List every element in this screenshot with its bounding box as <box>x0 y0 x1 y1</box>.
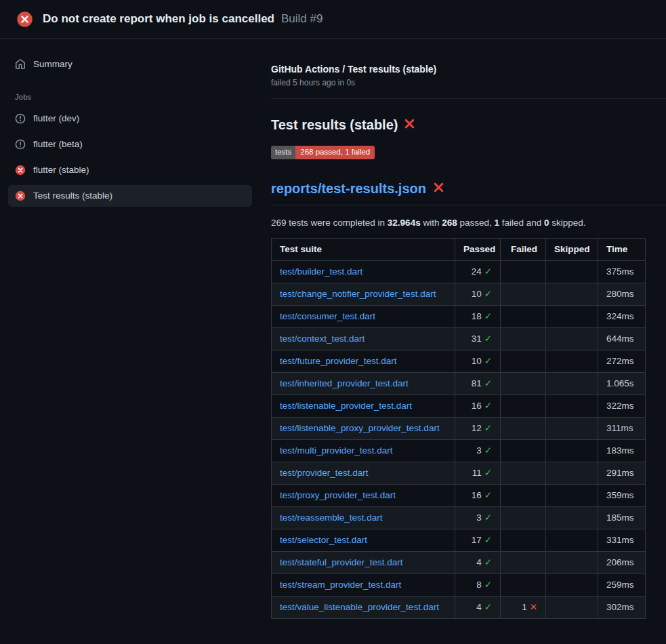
suite-cell: test/context_test.dart <box>272 327 455 350</box>
suite-cell: test/stateful_provider_test.dart <box>272 551 455 573</box>
failed-cell <box>501 372 546 395</box>
skipped-cell <box>546 283 598 305</box>
suite-cell: test/change_notifier_provider_test.dart <box>272 283 455 305</box>
suite-link[interactable]: test/proxy_provider_test.dart <box>280 489 446 502</box>
table-row: test/context_test.dart 31✓ 644ms <box>272 327 646 350</box>
suite-link[interactable]: test/selector_test.dart <box>280 534 446 546</box>
passed-cell: 31✓ <box>455 327 501 350</box>
suite-link[interactable]: test/stream_provider_test.dart <box>280 579 446 591</box>
suite-link[interactable]: test/stateful_provider_test.dart <box>280 557 446 569</box>
check-icon: ✓ <box>484 467 492 479</box>
skipped-cell <box>546 327 598 350</box>
section-heading-label: Test results (stable) <box>271 117 398 133</box>
neutral-status-icon <box>15 113 26 124</box>
table-row: test/consumer_test.dart 18✓ 324ms <box>272 305 646 327</box>
col-header-passed: Passed <box>455 238 501 260</box>
passed-cell: 3✓ <box>455 506 501 529</box>
suite-cell: test/reassemble_test.dart <box>272 506 455 529</box>
suite-link[interactable]: test/provider_test.dart <box>280 467 446 479</box>
suite-link[interactable]: test/builder_test.dart <box>280 266 446 278</box>
suite-link[interactable]: test/listenable_proxy_provider_test.dart <box>280 422 446 435</box>
suite-cell: test/value_listenable_provider_test.dart <box>272 596 455 618</box>
suite-link[interactable]: test/reassemble_test.dart <box>280 512 446 524</box>
fail-x-icon <box>433 181 444 197</box>
fail-status-icon <box>15 165 26 176</box>
table-row: test/listenable_proxy_provider_test.dart… <box>272 417 646 439</box>
suite-link[interactable]: test/consumer_test.dart <box>280 310 446 323</box>
failed-cell: 1✕ <box>501 596 546 618</box>
skipped-cell <box>546 350 598 372</box>
suite-link[interactable]: test/context_test.dart <box>280 333 446 345</box>
time-cell: 183ms <box>598 439 646 462</box>
table-row: test/reassemble_test.dart 3✓ 185ms <box>272 506 646 529</box>
passed-cell: 24✓ <box>455 260 501 283</box>
suite-cell: test/stream_provider_test.dart <box>272 573 455 596</box>
sidebar-item-summary[interactable]: Summary <box>8 54 252 75</box>
table-header-row: Test suite Passed Failed Skipped Time <box>272 238 646 260</box>
col-header-skipped: Skipped <box>546 238 598 260</box>
sidebar-item-flutter-stable[interactable]: flutter (stable) <box>8 159 252 181</box>
check-icon: ✓ <box>484 378 492 390</box>
home-icon <box>15 59 26 70</box>
check-icon: ✓ <box>484 400 492 412</box>
suite-cell: test/future_provider_test.dart <box>272 350 455 372</box>
sidebar: Summary Jobs flutter (dev) flutter (beta… <box>0 39 260 222</box>
suite-link[interactable]: test/inherited_provider_test.dart <box>280 378 446 390</box>
skipped-cell <box>546 439 598 462</box>
page-title: Do not create report when job is cancell… <box>43 12 274 26</box>
section-heading: Test results (stable) <box>271 117 666 133</box>
col-header-time: Time <box>598 238 646 260</box>
suite-cell: test/provider_test.dart <box>272 462 455 484</box>
failed-cell <box>501 283 546 305</box>
passed-cell: 10✓ <box>455 350 501 372</box>
table-row: test/proxy_provider_test.dart 16✓ 359ms <box>272 484 646 506</box>
check-icon: ✓ <box>484 288 492 300</box>
table-row: test/inherited_provider_test.dart 81✓ 1.… <box>272 372 646 395</box>
suite-cell: test/consumer_test.dart <box>272 305 455 327</box>
fail-status-icon <box>15 190 26 201</box>
passed-cell: 12✓ <box>455 417 501 439</box>
badge-value: 268 passed, 1 failed <box>295 146 375 159</box>
suite-cell: test/builder_test.dart <box>272 260 455 283</box>
sidebar-item-flutter-dev[interactable]: flutter (dev) <box>8 108 252 129</box>
sidebar-item-test-results-stable[interactable]: Test results (stable) <box>8 185 252 207</box>
check-icon: ✓ <box>484 445 492 457</box>
skipped-cell <box>546 305 598 327</box>
table-row: test/selector_test.dart 17✓ 331ms <box>272 529 646 551</box>
failed-cell <box>501 506 546 529</box>
suite-link[interactable]: test/listenable_provider_test.dart <box>280 400 446 412</box>
report-heading: reports/test-results.json <box>271 181 666 205</box>
table-row: test/stateful_provider_test.dart 4✓ 206m… <box>272 551 646 573</box>
suite-link[interactable]: test/change_notifier_provider_test.dart <box>280 288 446 300</box>
check-icon: ✓ <box>484 355 492 367</box>
failed-cell <box>501 573 546 596</box>
suite-cell: test/multi_provider_test.dart <box>272 439 455 462</box>
suite-cell: test/proxy_provider_test.dart <box>272 484 455 506</box>
report-link[interactable]: reports/test-results.json <box>271 181 426 197</box>
breadcrumb: GitHub Actions / Test results (stable) <box>271 64 666 75</box>
skipped-cell <box>546 506 598 529</box>
check-icon: ✓ <box>484 579 492 591</box>
run-meta: failed 5 hours ago in 0s <box>271 78 666 87</box>
time-cell: 302ms <box>598 596 646 618</box>
suite-link[interactable]: test/value_listenable_provider_test.dart <box>280 601 446 613</box>
sidebar-item-flutter-beta[interactable]: flutter (beta) <box>8 134 252 155</box>
fail-status-icon <box>16 11 33 28</box>
time-cell: 291ms <box>598 462 646 484</box>
suite-cell: test/listenable_proxy_provider_test.dart <box>272 417 455 439</box>
skipped-cell <box>546 417 598 439</box>
failed-cell <box>501 417 546 439</box>
time-cell: 324ms <box>598 305 646 327</box>
failed-cell <box>501 529 546 551</box>
neutral-status-icon <box>15 139 26 150</box>
suite-link[interactable]: test/multi_provider_test.dart <box>280 445 446 457</box>
skipped-cell <box>546 372 598 395</box>
failed-cell <box>501 484 546 506</box>
skipped-cell <box>546 462 598 484</box>
suite-link[interactable]: test/future_provider_test.dart <box>280 355 446 367</box>
time-cell: 1.065s <box>598 372 646 395</box>
check-icon: ✓ <box>484 601 492 613</box>
skipped-cell <box>546 529 598 551</box>
sidebar-item-label: Summary <box>33 59 72 70</box>
time-cell: 272ms <box>598 350 646 372</box>
